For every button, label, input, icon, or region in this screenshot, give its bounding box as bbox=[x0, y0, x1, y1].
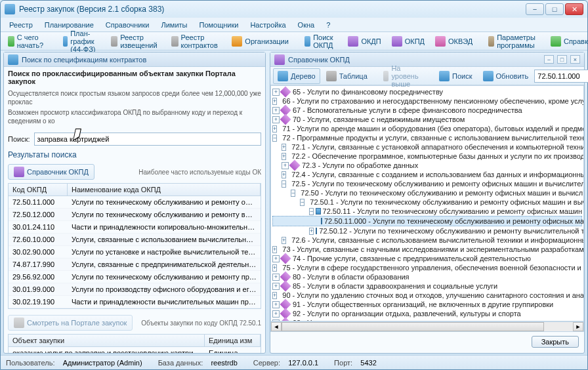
col-header-object[interactable]: Объект закупки bbox=[9, 335, 205, 346]
scroll-track[interactable] bbox=[282, 322, 573, 331]
portal-button[interactable]: Смотреть на Портале закупок bbox=[8, 315, 133, 331]
toolbar-план-график-(44-фз)[interactable]: План-график (44-ФЗ) bbox=[58, 27, 104, 56]
expand-icon[interactable]: + bbox=[272, 283, 280, 290]
code-input[interactable] bbox=[534, 70, 588, 83]
tree-node[interactable]: +71 - Услуги по аренде машин и оборудова… bbox=[272, 124, 582, 133]
tree-search-button[interactable]: Поиск bbox=[434, 68, 476, 84]
result-row[interactable]: 30.02.19.190Части и принадлежности вычис… bbox=[9, 296, 261, 308]
col-header-code[interactable]: Код ОКПД bbox=[9, 184, 68, 195]
expand-icon[interactable]: + bbox=[272, 89, 280, 96]
menu-справочники[interactable]: Справочники bbox=[101, 20, 154, 30]
col-header-unit[interactable]: Единица изм bbox=[205, 335, 261, 346]
expand-icon[interactable]: + bbox=[309, 228, 314, 235]
tree-node[interactable]: −72 - Программные продукты и услуги, свя… bbox=[272, 133, 582, 142]
tree-node[interactable]: +72.50.12 - Услуги по техническому обслу… bbox=[272, 226, 582, 236]
tree-node[interactable]: +72.2 - Обеспечение программное, компьют… bbox=[272, 152, 582, 161]
expand-icon[interactable]: + bbox=[272, 274, 280, 281]
expand-icon[interactable]: + bbox=[272, 255, 280, 262]
tree-node[interactable]: +74 - Прочие услуги, связанные с предпри… bbox=[272, 254, 582, 263]
panel-close-button[interactable]: × bbox=[570, 55, 580, 64]
expand-icon[interactable]: − bbox=[300, 199, 304, 206]
tree-node[interactable]: +72.1 - Услуги, связанные с установкой а… bbox=[272, 142, 582, 152]
spravochnik-okpd-button[interactable]: Справочник ОКПД bbox=[8, 164, 94, 180]
panel-minimize-button[interactable]: − bbox=[544, 55, 554, 64]
tree-node[interactable]: +73 - Услуги, связанные с научными иссле… bbox=[272, 245, 582, 254]
object-row[interactable]: оказание услуг по заправке и восстановле… bbox=[9, 347, 261, 353]
toolbar-поиск-окпд[interactable]: Поиск ОКПД bbox=[300, 31, 342, 52]
toolbar-параметры-программы[interactable]: Параметры программы bbox=[484, 31, 545, 52]
tree-node[interactable]: −72.5 - Услуги по техническому обслужива… bbox=[272, 179, 582, 188]
toolbar-окпд[interactable]: ОКПД bbox=[387, 33, 429, 49]
toolbar-оквэд[interactable]: ОКВЭД bbox=[430, 33, 477, 49]
toolbar-окдп[interactable]: ОКДП bbox=[343, 33, 385, 49]
menu-помощники[interactable]: Помощники bbox=[194, 20, 243, 30]
result-row[interactable]: 29.56.92.000Услуги по техническому обслу… bbox=[9, 271, 261, 283]
tree-node[interactable]: −72.50.1 - Услуги по техническому обслуж… bbox=[272, 197, 582, 207]
expand-icon[interactable]: + bbox=[282, 153, 286, 160]
result-row[interactable]: 30.02.90.000Услуги по установке и настро… bbox=[9, 246, 261, 258]
expand-icon[interactable]: − bbox=[291, 190, 295, 197]
result-row[interactable]: 72.60.10.000Услуги, связанные с использо… bbox=[9, 234, 261, 246]
tree-node[interactable]: −72.50.11 - Услуги по техническому обслу… bbox=[272, 207, 582, 216]
tree-node[interactable]: +91 - Услуги общественных организаций, н… bbox=[272, 300, 582, 309]
panel-maximize-button[interactable]: □ bbox=[557, 55, 567, 64]
result-row[interactable]: 30.01.99.000Услуги по производству офисн… bbox=[9, 283, 261, 296]
refresh-button[interactable]: Обновить bbox=[478, 68, 534, 84]
expand-icon[interactable]: − bbox=[309, 208, 314, 215]
titlebar[interactable]: Реестр закупок (Версия 2.1 сборка 383) −… bbox=[1, 1, 587, 18]
menu-реестр[interactable]: Реестр bbox=[5, 20, 37, 30]
tree-node[interactable]: −72.50 - Услуги по техническому обслужив… bbox=[272, 188, 582, 197]
expand-icon[interactable]: + bbox=[272, 125, 277, 133]
expand-icon[interactable]: + bbox=[272, 246, 277, 253]
expand-icon[interactable]: + bbox=[282, 162, 289, 169]
expand-icon[interactable]: − bbox=[272, 134, 277, 142]
result-row[interactable]: 72.50.11.000Услуги по техническому обслу… bbox=[9, 196, 261, 209]
toolbar-организации[interactable]: Организации bbox=[227, 33, 293, 49]
tree-node[interactable]: +92 - Услуги по организации отдыха, разв… bbox=[272, 309, 582, 318]
menu-настройка[interactable]: Настройка bbox=[245, 20, 290, 30]
tree-node[interactable]: +72.6 - Услуги, связанные с использовани… bbox=[272, 236, 582, 245]
expand-icon[interactable]: + bbox=[272, 310, 280, 318]
toolbar-с-чего-начать?[interactable]: С чего начать? bbox=[3, 31, 52, 52]
tree-node[interactable]: +75 - Услуги в сфере государственного уп… bbox=[272, 263, 582, 272]
minimize-button[interactable]: − bbox=[526, 3, 544, 15]
expand-icon[interactable]: + bbox=[272, 107, 280, 114]
tree-node[interactable]: 72.50.11.000 - Услуги по техническому об… bbox=[272, 216, 582, 226]
table-mode-button[interactable]: Таблица bbox=[322, 68, 372, 84]
expand-icon[interactable]: + bbox=[282, 171, 286, 178]
col-header-name[interactable]: Наименование кода ОКПД bbox=[68, 184, 261, 195]
result-row[interactable]: 30.01.24.110Части и принадлежности копир… bbox=[9, 221, 261, 234]
expand-icon[interactable]: + bbox=[282, 237, 286, 244]
toolbar-реестр-контрактов[interactable]: Реестр контрактов bbox=[167, 31, 226, 52]
scroll-left-button[interactable]: ◄ bbox=[271, 322, 282, 331]
expand-icon[interactable]: + bbox=[272, 301, 280, 308]
level-up-button[interactable]: На уровень выше bbox=[379, 62, 428, 91]
tree-node[interactable]: +72.3 - Услуги по обработке данных bbox=[272, 161, 582, 170]
expand-icon[interactable]: + bbox=[272, 98, 277, 105]
tree-node[interactable]: +85 - Услуги в области здравоохранения и… bbox=[272, 281, 582, 291]
scroll-thumb[interactable] bbox=[282, 322, 544, 331]
menu-?[interactable]: ? bbox=[322, 20, 335, 30]
expand-icon[interactable]: − bbox=[282, 180, 286, 188]
search-panel-title[interactable]: Поиск по спецификациям контрактов bbox=[4, 52, 265, 67]
close-button[interactable]: ✕ bbox=[565, 3, 583, 15]
tree-node[interactable]: +80 - Услуги в области образования bbox=[272, 272, 582, 281]
tree-mode-button[interactable]: Дерево bbox=[273, 68, 320, 84]
toolbar-реестр-извещений[interactable]: Реестр извещений bbox=[106, 31, 165, 52]
menu-лимиты[interactable]: Лимиты bbox=[156, 20, 192, 30]
expand-icon[interactable]: + bbox=[272, 292, 277, 299]
horizontal-scrollbar[interactable]: ◄ ► bbox=[270, 321, 584, 332]
result-row[interactable]: 74.87.17.990Услуги, связанные с предприн… bbox=[9, 258, 261, 271]
tree-node[interactable]: +72.4 - Услуги, связанные с созданием и … bbox=[272, 170, 582, 179]
tree-node[interactable]: +90 - Услуги по удалению сточных вод и о… bbox=[272, 291, 582, 300]
expand-icon[interactable]: + bbox=[282, 144, 286, 151]
okpd-tree[interactable]: +65 - Услуги по финансовому посредничест… bbox=[270, 85, 584, 321]
close-panel-button[interactable]: Закрыть bbox=[532, 336, 579, 348]
scroll-right-button[interactable]: ► bbox=[573, 322, 583, 331]
tree-node[interactable]: +67 - Вспомогательные услуги в сфере фин… bbox=[272, 106, 582, 115]
tree-node[interactable]: +70 - Услуги, связанные с недвижимым иму… bbox=[272, 115, 582, 124]
menu-окна[interactable]: Окна bbox=[293, 20, 320, 30]
tree-node[interactable]: +66 - Услуги по страхованию и негосударс… bbox=[272, 96, 582, 106]
expand-icon[interactable]: + bbox=[272, 116, 280, 123]
toolbar-справка[interactable]: Справка bbox=[546, 33, 588, 49]
